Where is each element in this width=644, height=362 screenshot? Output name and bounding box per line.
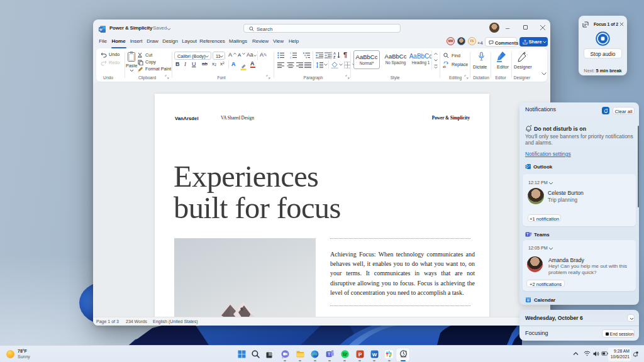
svg-text:P: P [358, 351, 362, 358]
svg-text:T: T [328, 352, 331, 356]
svg-text:ab: ab [443, 65, 447, 69]
svg-text:W: W [372, 352, 377, 358]
svg-text:2: 2 [290, 57, 291, 58]
svg-text:Z: Z [333, 55, 336, 59]
svg-text:1: 1 [290, 52, 291, 55]
